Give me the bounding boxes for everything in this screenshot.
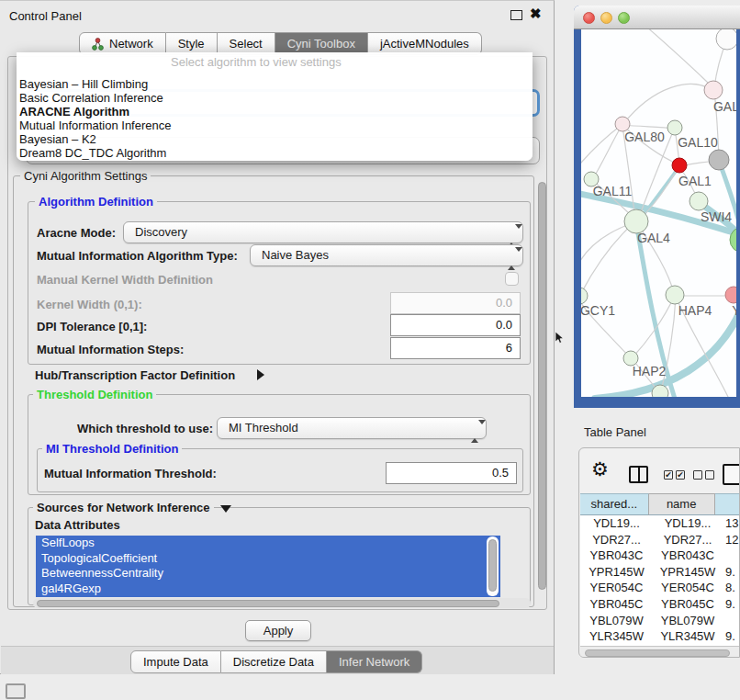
zoom-traffic-light[interactable] (618, 12, 630, 24)
close-icon[interactable]: ✖ (530, 6, 542, 22)
network-edge[interactable] (622, 85, 713, 125)
network-window-titlebar[interactable] (574, 6, 740, 29)
network-node-y[interactable] (725, 287, 736, 303)
columns-divider (638, 468, 640, 481)
aracne-mode-select[interactable]: Discovery (123, 221, 523, 243)
table-cell (723, 613, 740, 629)
screen: { "window": { "title": "Control Panel" }… (0, 0, 740, 700)
table-cell: YBR045C (653, 596, 723, 613)
network-node-gal1[interactable] (672, 158, 687, 173)
columns-icon[interactable] (629, 466, 648, 483)
network-canvas[interactable]: GALGAL80GAL10GAL1GAL11SWI4GAL4GCY1HAP4YH… (581, 29, 736, 397)
table-cell: YER054C (580, 580, 653, 596)
bottom-tab-infer-network[interactable]: Infer Network (327, 650, 422, 673)
checked-checkbox-icon[interactable]: ✔ (664, 470, 673, 480)
mi-threshold-field[interactable]: 0.5 (386, 462, 517, 484)
unchecked-checkbox-icon[interactable] (705, 470, 714, 480)
scrollbar-thumb[interactable] (538, 182, 546, 590)
table-row[interactable]: YDR27...YDR27...12 (580, 532, 740, 548)
node-label: HAP4 (678, 303, 712, 318)
mi-steps-label: Mutual Information Steps: (37, 343, 184, 356)
table-cell: YLR345W (653, 628, 723, 645)
table-horizontal-scrollbar[interactable] (580, 646, 740, 658)
attribute-item[interactable]: gal4RGexp (36, 581, 500, 597)
stepper-icon (508, 249, 516, 269)
table-row[interactable]: YER054CYER054C8. (580, 580, 740, 596)
network-edge[interactable] (581, 222, 634, 297)
scrollbar-thumb[interactable] (488, 539, 497, 592)
table-row[interactable]: YPR145WYPR145W9. (580, 564, 740, 581)
algorithm-option[interactable]: Bayesian – Hill Climbing (17, 77, 532, 91)
algorithm-definition-title: Algorithm Definition (35, 195, 157, 209)
control-panel-window: Control Panel ✖ NetworkStyleSelectCyni T… (0, 0, 555, 674)
network-node[interactable] (709, 150, 729, 170)
table-row[interactable]: YLR345WYLR345W9. (580, 628, 740, 645)
network-edge[interactable] (592, 126, 622, 180)
network-node-gal10[interactable] (667, 120, 682, 135)
which-threshold-value: MI Threshold (229, 421, 298, 435)
algorithm-option[interactable]: ARACNE Algorithm (17, 105, 532, 119)
bottom-tab-impute-data[interactable]: Impute Data (130, 650, 221, 673)
mi-algorithm-type-select[interactable]: Naive Bayes (250, 244, 523, 266)
checked-checkbox-icon[interactable]: ✔ (676, 470, 685, 480)
close-traffic-light[interactable] (583, 12, 595, 24)
column-header[interactable]: shared... (580, 493, 649, 515)
attribute-item[interactable]: TopologicalCoefficient (36, 551, 500, 567)
table-panel: ⚙ ✔ ✔ shared...name YDL19...YDL19...13YD… (578, 447, 740, 658)
algorithm-dropdown-list: Bayesian – Hill ClimbingBasic Correlatio… (17, 77, 532, 160)
network-node[interactable] (716, 29, 736, 50)
table-panel-title: Table Panel (584, 425, 646, 439)
network-node[interactable] (652, 385, 668, 397)
scrollbar-thumb[interactable] (585, 649, 730, 657)
manual-kernel-width-checkbox[interactable] (505, 272, 519, 286)
algorithm-option[interactable]: Bayesian – K2 (17, 132, 532, 146)
network-edge[interactable] (645, 29, 712, 86)
data-attributes-list[interactable]: SelfLoopsTopologicalCoefficientBetweenne… (36, 536, 500, 597)
node-label: GAL80 (624, 130, 665, 144)
table-row[interactable]: YDL19...YDL19...13 (580, 515, 740, 532)
collapse-down-icon[interactable] (220, 505, 231, 513)
network-node-gcy1[interactable] (581, 288, 588, 304)
gear-icon[interactable]: ⚙ (591, 460, 609, 480)
attributes-scrollbar[interactable] (487, 536, 499, 596)
attribute-item[interactable]: SelfLoops (36, 536, 500, 551)
bottom-tab-discretize-data[interactable]: Discretize Data (221, 650, 327, 673)
which-threshold-select[interactable]: MI Threshold (217, 417, 487, 439)
minimize-traffic-light[interactable] (600, 12, 612, 24)
network-node-swi4[interactable] (690, 192, 708, 210)
aracne-mode-label: Aracne Mode: (37, 226, 116, 240)
new-table-icon[interactable] (723, 464, 740, 485)
table-cell: 12 (723, 532, 740, 548)
table-cell: YER054C (653, 580, 723, 596)
which-threshold-label: Which threshold to use: (77, 422, 213, 435)
attribute-item[interactable]: BetweennessCentrality (36, 566, 500, 581)
minimized-panel-chip[interactable] (6, 683, 26, 699)
kernel-width-field[interactable]: 0.0 (390, 292, 521, 314)
network-edge[interactable] (595, 303, 736, 397)
network-icon (92, 38, 104, 51)
float-window-icon[interactable] (510, 10, 522, 20)
mi-algorithm-type-label: Mutual Information Algorithm Type: (37, 249, 238, 263)
network-edge[interactable] (622, 125, 674, 129)
table-row[interactable]: YBL079WYBL079W (580, 613, 740, 629)
unchecked-checkbox-icon[interactable] (693, 470, 702, 480)
network-node-gal[interactable] (704, 81, 723, 99)
network-edge[interactable] (581, 125, 622, 169)
mi-algorithm-type-value: Naive Bayes (262, 248, 329, 262)
table-cell: 8. (723, 580, 740, 596)
algorithm-option[interactable]: Dream8 DC_TDC Algorithm (17, 146, 532, 160)
algorithm-option[interactable]: Basic Correlation Inference (17, 91, 532, 105)
table-row[interactable]: YBR043CYBR043C (580, 548, 740, 564)
scrollbar-thumb[interactable] (37, 600, 499, 607)
expand-right-icon[interactable] (257, 369, 264, 380)
mi-steps-field[interactable]: 6 (390, 337, 521, 359)
algorithm-option[interactable]: Mutual Information Inference (17, 119, 532, 132)
network-node-hap4[interactable] (666, 286, 684, 304)
settings-horizontal-scrollbar[interactable] (33, 598, 531, 608)
column-header[interactable] (715, 493, 740, 515)
settings-vertical-scrollbar[interactable] (536, 178, 548, 606)
column-header[interactable]: name (649, 493, 715, 515)
dpi-tolerance-field[interactable]: 0.0 (390, 314, 521, 336)
apply-button[interactable]: Apply (245, 620, 311, 641)
table-row[interactable]: YBR045CYBR045C9. (580, 596, 740, 613)
